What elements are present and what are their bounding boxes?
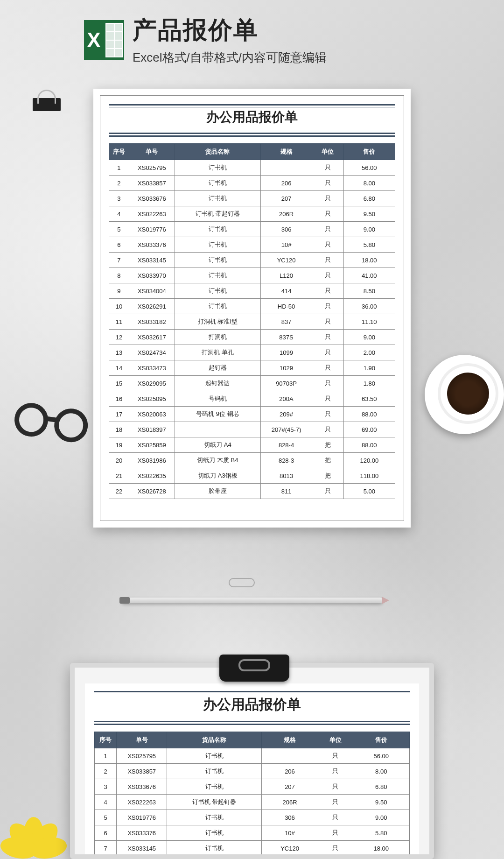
table-row: 4XS022263订书机 带起钉器206R只9.50 <box>109 206 395 222</box>
cell-name: 订书机 <box>175 299 260 314</box>
cell-price: 118.00 <box>343 468 395 484</box>
cell-idx: 21 <box>109 468 129 484</box>
table-row: 18XS018397207#(45-7)只69.00 <box>109 422 395 437</box>
cell-name: 打洞机 单孔 <box>175 345 260 360</box>
cell-idx: 7 <box>95 841 117 856</box>
cell-price: 56.00 <box>353 748 410 764</box>
cell-price: 1.90 <box>343 360 395 376</box>
excel-icon-letter: X <box>84 20 104 60</box>
cell-name: 订书机 带起钉器 <box>175 206 260 222</box>
table-header: 序号 单号 货品名称 规格 单位 售价 <box>95 732 410 748</box>
cell-unit: 只 <box>318 825 353 841</box>
cell-name: 订书机 <box>167 779 262 795</box>
cell-unit: 只 <box>312 330 343 345</box>
cell-name <box>175 422 260 437</box>
cell-unit: 把 <box>312 468 343 484</box>
cell-spec: 206R <box>260 206 312 222</box>
table-row: 8XS033970订书机L120只41.00 <box>109 268 395 283</box>
cell-name: 号码机 <box>175 391 260 407</box>
table-row: 1XS025795订书机只56.00 <box>95 748 410 764</box>
cell-price: 6.80 <box>353 779 410 795</box>
cell-spec: 837S <box>260 330 312 345</box>
cell-spec: YC120 <box>260 253 312 268</box>
cell-spec: 206R <box>261 795 318 810</box>
table-row: 6XS033376订书机10#只5.80 <box>95 825 410 841</box>
cell-idx: 18 <box>109 422 129 437</box>
flower-icon <box>0 803 61 859</box>
cell-name: 订书机 <box>175 160 260 176</box>
quotation-sheet-preview: 办公用品报价单 序号 单号 货品名称 规格 单位 售价 1XS025795订书机… <box>85 683 419 854</box>
cell-price: 18.00 <box>343 253 395 268</box>
cell-unit: 只 <box>318 779 353 795</box>
cell-name: 打洞机 标准I型 <box>175 314 260 330</box>
cell-price: 63.50 <box>343 391 395 407</box>
cell-unit: 只 <box>312 345 343 360</box>
cell-spec: 306 <box>261 810 318 825</box>
cell-name: 胶带座 <box>175 484 260 499</box>
cell-name: 打洞机 <box>175 330 260 345</box>
rule-top <box>109 104 395 107</box>
table-row: 15XS029095起钉器达90703P只1.80 <box>109 376 395 391</box>
cell-code: XS033857 <box>129 176 175 191</box>
cell-idx: 5 <box>95 810 117 825</box>
cell-code: XS033376 <box>129 237 175 253</box>
excel-icon: X <box>84 20 124 60</box>
cell-code: XS033145 <box>117 841 167 856</box>
table-row: 11XS033182打洞机 标准I型837只11.10 <box>109 314 395 330</box>
cell-name: 起钉器 <box>175 360 260 376</box>
clipboard-clip-icon <box>219 655 289 682</box>
cell-name: 订书机 <box>175 253 260 268</box>
table-row: 22XS026728胶带座811只5.00 <box>109 484 395 499</box>
cell-price: 56.00 <box>343 160 395 176</box>
cell-name: 订书机 <box>167 810 262 825</box>
cell-code: XS022263 <box>129 206 175 222</box>
cell-price: 8.00 <box>353 764 410 779</box>
cell-code: XS020063 <box>129 407 175 422</box>
col-spec: 规格 <box>261 732 318 748</box>
banner-title: 产品报价单 <box>133 14 327 47</box>
cell-price: 5.80 <box>343 237 395 253</box>
table-row: 2XS033857订书机206只8.00 <box>95 764 410 779</box>
cell-idx: 9 <box>109 283 129 299</box>
cell-idx: 7 <box>109 253 129 268</box>
cell-code: XS033676 <box>129 191 175 206</box>
cell-idx: 5 <box>109 222 129 237</box>
cell-name: 订书机 带起钉器 <box>167 795 262 810</box>
cell-unit: 只 <box>312 299 343 314</box>
cell-name: 订书机 <box>175 268 260 283</box>
table-row: 2XS033857订书机206只8.00 <box>109 176 395 191</box>
table-row: 14XS033473起钉器1029只1.90 <box>109 360 395 376</box>
cell-price: 9.00 <box>353 810 410 825</box>
cell-idx: 14 <box>109 360 129 376</box>
cell-unit: 只 <box>318 841 353 856</box>
cell-spec: 207 <box>260 191 312 206</box>
table-row: 1XS025795订书机只56.00 <box>109 160 395 176</box>
cell-spec: 200A <box>260 391 312 407</box>
cell-unit: 只 <box>312 268 343 283</box>
quotation-table-preview: 序号 单号 货品名称 规格 单位 售价 1XS025795订书机只56.002X… <box>94 732 410 856</box>
cell-name: 订书机 <box>175 237 260 253</box>
col-unit: 单位 <box>318 732 353 748</box>
cell-idx: 15 <box>109 376 129 391</box>
banner-text: 产品报价单 Excel格式/自带格式/内容可随意编辑 <box>133 14 327 66</box>
cell-unit: 只 <box>318 810 353 825</box>
col-price: 售价 <box>343 144 395 160</box>
paperclip-icon <box>229 578 255 587</box>
cell-code: XS022263 <box>117 795 167 810</box>
cell-name: 订书机 <box>175 191 260 206</box>
col-spec: 规格 <box>260 144 312 160</box>
cell-code: XS018397 <box>129 422 175 437</box>
cell-spec: YC120 <box>261 841 318 856</box>
quotation-sheet: 办公用品报价单 序号 单号 货品名称 规格 单位 售价 1XS025795订书机… <box>93 89 411 528</box>
table-row: 5XS019776订书机306只9.00 <box>95 810 410 825</box>
cell-name: 订书机 <box>167 748 262 764</box>
table-row: 4XS022263订书机 带起钉器206R只9.50 <box>95 795 410 810</box>
cell-price: 36.00 <box>343 299 395 314</box>
cell-name: 订书机 <box>175 176 260 191</box>
cell-spec: 1099 <box>260 345 312 360</box>
cell-spec: 10# <box>260 237 312 253</box>
cell-spec: 206 <box>261 764 318 779</box>
col-name: 货品名称 <box>175 144 260 160</box>
coffee-cup-icon <box>425 355 504 434</box>
cell-price: 18.00 <box>353 841 410 856</box>
